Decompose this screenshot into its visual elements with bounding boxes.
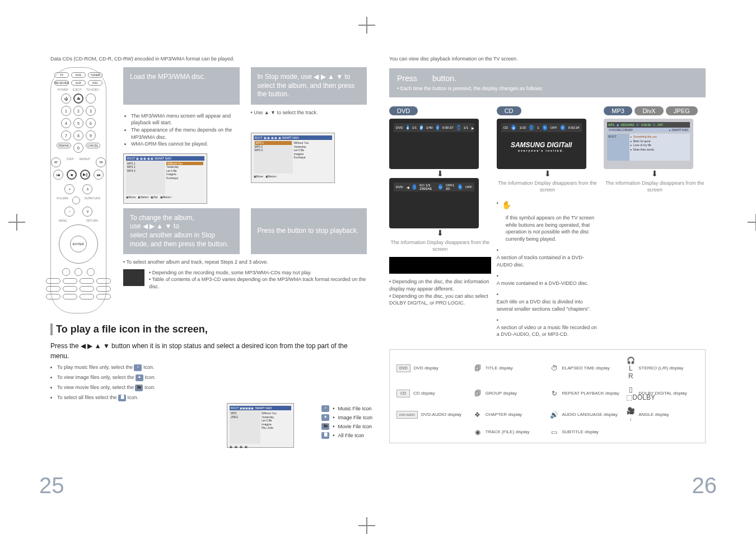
bot-7 [80, 286, 94, 292]
mute-btn [72, 196, 80, 204]
s1b3: WMA-DRM files cannot be played. [131, 140, 240, 148]
ms2-f3: MP3 3 [255, 148, 292, 152]
cd-s3: OFF [550, 126, 557, 129]
fi-b4: To select all files select the ▇ Icon. [57, 395, 367, 401]
dep-l2: Depending on the disc, you can also sele… [389, 293, 488, 306]
mp3-song3: Love of my life [633, 143, 651, 147]
image-file-icon: ▲ [136, 374, 143, 381]
mini-screen-3: ROOT ▣▣▣▣▣ SMART NAVI MP3JPEG Without Yo… [227, 403, 294, 448]
arrow-3: ⬇ [497, 169, 599, 178]
dvd-s2: 1/40 [426, 126, 433, 129]
num-5: 5 [73, 118, 83, 128]
fi-b4-t: To select all files select the [57, 395, 117, 400]
all-file-icon: ▇ [118, 395, 126, 401]
remote-aux: AUX [71, 80, 86, 86]
ms-root: ROOT [127, 157, 135, 160]
dvd-column: DVD DVD ◉1/1 🗐1/40 ⏱0:00:37 🎥1/1 ▶ ⬇ DVD… [389, 105, 491, 307]
mini-screen-2: ROOT ▣ ▣ ▣ ▣ ▣ SMART NAVI MP3 1 MP3 2 MP… [251, 133, 335, 183]
leg-all: All File Icon [338, 433, 364, 438]
sub-icon: ▭ [438, 184, 442, 190]
page-right: You can view disc playback information o… [378, 56, 717, 487]
dvd-s1: 1/1 [412, 126, 417, 129]
remote-power-label: POWER [58, 88, 68, 91]
cd-s1: 1/15 [519, 126, 526, 129]
dvd-tv-1: DVD ◉1/1 🗐1/40 ⏱0:00:37 🎥1/1 ▶ [389, 119, 479, 169]
leg-dvda: DVD-AUDIO display [421, 412, 461, 417]
leg-title-icon: 🗐 [473, 364, 482, 372]
leg-audio: AUDIO LANGUAGE display [562, 412, 618, 417]
leg-cd-icon: CD [396, 390, 410, 397]
num-6: 6 [86, 118, 96, 128]
leg-movie-icon: 🎬 [321, 423, 329, 430]
remote-illustration: TV DVD TUNER RECEIVER AUX ASC POWER EJEC… [50, 67, 106, 313]
num-4: 4 [61, 118, 71, 128]
num-7: 7 [61, 130, 71, 140]
dvd-tv-2: DVD◀ ⬚KO 1/3 256SAE ▭OFF1 2D ↻OFF [389, 178, 479, 228]
leg-sub: SUBTITLE display [562, 429, 599, 434]
remote-asc: ASC [88, 80, 102, 86]
num-8: 8 [73, 130, 83, 140]
black-box [389, 257, 491, 274]
fi-b1: To play music files only, select the ♪ I… [57, 364, 367, 371]
info-btn [62, 268, 70, 276]
mp3-song4: More than words [633, 148, 654, 151]
step1-bullets: The MP3/WMA menu screen will appear and … [123, 113, 240, 148]
bot-4 [96, 278, 111, 284]
cd-label: CD [497, 106, 521, 115]
divx-label: DivX [634, 106, 663, 115]
remote-tuner: TUNER [88, 72, 102, 78]
mp3-cap: The information Display disappears from … [604, 180, 706, 193]
ms2-root: ROOT [255, 136, 263, 139]
leg-elapsed: ELAPSED TIME display [562, 366, 610, 371]
num-0: 0 [73, 143, 83, 153]
disc-icon: ◉ [407, 125, 409, 130]
remote-power-icon: ⏻ [61, 93, 71, 104]
step-1-box: Load the MP3/WMA disc. [123, 67, 240, 105]
page-left: Data CDs (CD-ROM, CD-R, CD-RW) encoded i… [39, 56, 378, 487]
step-4-box: Press the button to stop playback. [251, 208, 367, 254]
ms-ft3: Set [153, 195, 158, 199]
repeat2-icon: ↻ [543, 125, 547, 130]
mp3-s2: 0:00:06 [641, 123, 651, 127]
arrow-4: ⬇ [604, 169, 706, 178]
leg-stereo-icon: 🎧 L R [626, 357, 635, 380]
ms-f3: MP3 3 [127, 169, 164, 173]
title-icon: 🗐 [420, 125, 423, 130]
leg-dolby: DOLBY DIGITAL display [638, 391, 687, 396]
press-box: Press button. • Each time the button is … [389, 68, 706, 97]
lang-icon: ◀ [407, 185, 409, 189]
step2-pre: In Stop mode, use [258, 73, 312, 81]
dvd-cap: The information Display disappears from … [389, 240, 491, 252]
fi-b2-t: To view image files only, select the [57, 374, 134, 380]
leg-movie: Movie File Icon [338, 424, 372, 429]
mp3-song1: Something like you [633, 135, 657, 138]
leg-group-icon: 🗐 [473, 390, 482, 397]
def-chapter: Each title on a DVD disc is divided into… [497, 299, 591, 312]
leg-group: GROUP display [486, 391, 517, 396]
cd-tv: CD ◉1/15 🎧1 ↻OFF ⏱0:02:24 SAMSUNG DIGITa… [497, 119, 586, 169]
s3-end: button. [208, 240, 228, 248]
leg-sub-icon: ▭ [550, 428, 559, 436]
icon-legend: ROOT ▣▣▣▣▣ SMART NAVI MP3JPEG Without Yo… [227, 403, 372, 448]
mp3-s0: MP3 [608, 123, 614, 127]
dpad: ENTER [59, 224, 98, 264]
arrow-1: ⬇ [389, 169, 491, 178]
definitions: • A section of tracks contained in a DVD… [497, 247, 599, 338]
ms-t5: Kumbaya [166, 176, 203, 180]
press-l1q: button. [432, 74, 456, 83]
bullet: • [497, 200, 498, 207]
dvd-s0: DVD [396, 126, 403, 129]
def-title: A movie contained in a DVD-VIDEO disc. [497, 280, 589, 286]
press-l1p: Press [397, 74, 417, 83]
remote-column: TV DVD TUNER RECEIVER AUX ASC POWER EJEC… [50, 67, 118, 313]
play-icon: ▶‖ [80, 170, 90, 180]
fi-b1-i: Icon. [143, 364, 155, 370]
note-l1: Depending on the recording mode, some MP… [152, 270, 311, 275]
bot-12 [96, 294, 111, 299]
mp3-sn: SMART NAVI [671, 128, 688, 132]
music-file-icon: ♪ [134, 364, 142, 371]
samsung-brand: SAMSUNG DIGITall [511, 141, 572, 149]
s3-to: to [174, 222, 179, 230]
s1b1: The MP3/WMA menu screen will appear and … [131, 113, 240, 127]
remote-step: STEP [67, 157, 74, 167]
